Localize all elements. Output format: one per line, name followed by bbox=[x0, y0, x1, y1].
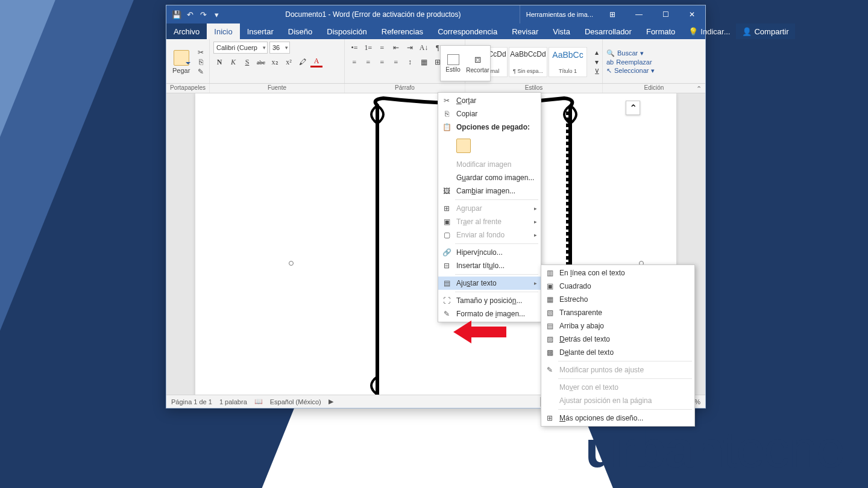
macro-icon[interactable]: ▶ bbox=[329, 398, 333, 405]
wrap-top-bottom[interactable]: ▤Arriba y abajo bbox=[541, 319, 694, 333]
wrap-behind[interactable]: ▨Detrás del texto bbox=[541, 333, 694, 346]
justify-button[interactable]: ≡ bbox=[390, 56, 402, 68]
format-icon: ✎ bbox=[442, 309, 451, 319]
copy-icon[interactable]: ⎘ bbox=[196, 58, 206, 66]
styles-down-icon[interactable]: ▾ bbox=[592, 58, 602, 66]
superscript-button[interactable]: x² bbox=[283, 56, 295, 68]
subscript-button[interactable]: x₂ bbox=[269, 56, 281, 68]
redo-icon[interactable]: ↷ bbox=[198, 9, 209, 20]
underline-button[interactable]: S bbox=[241, 56, 253, 68]
outdent-button[interactable]: ⇤ bbox=[390, 42, 402, 54]
menu-save-as-image[interactable]: Guardar como imagen... bbox=[438, 171, 541, 184]
align-left-button[interactable]: ≡ bbox=[348, 56, 360, 68]
tab-home[interactable]: Inicio bbox=[207, 23, 239, 39]
crop-button[interactable]: ⧈Recortar bbox=[465, 46, 490, 81]
tab-insert[interactable]: Insertar bbox=[240, 23, 281, 39]
shading-button[interactable]: ▦ bbox=[418, 56, 430, 68]
tab-file[interactable]: Archivo bbox=[166, 23, 207, 39]
tab-view[interactable]: Vista bbox=[546, 23, 577, 39]
find-button[interactable]: 🔍Buscar ▾ bbox=[606, 49, 655, 57]
group-font: Calibri (Cuerp 36 N K S abc x₂ x² 🖍 A bbox=[210, 39, 345, 83]
replace-button[interactable]: abReemplazar bbox=[606, 58, 655, 66]
svg-marker-0 bbox=[453, 321, 506, 343]
align-center-button[interactable]: ≡ bbox=[362, 56, 374, 68]
line-spacing-button[interactable]: ↕ bbox=[404, 56, 416, 68]
multilevel-button[interactable]: ≡ bbox=[376, 42, 388, 54]
status-words[interactable]: 1 palabra bbox=[219, 398, 247, 405]
separator bbox=[558, 378, 692, 379]
menu-change-image[interactable]: 🖼Cambiar imagen... bbox=[438, 184, 541, 198]
bold-button[interactable]: N bbox=[213, 56, 225, 68]
minimize-icon[interactable]: — bbox=[626, 5, 652, 23]
select-button[interactable]: ↖Seleccionar ▾ bbox=[606, 67, 655, 75]
styles-up-icon[interactable]: ▴ bbox=[592, 48, 602, 57]
format-painter-icon[interactable]: ✎ bbox=[196, 67, 206, 76]
tab-layout[interactable]: Disposición bbox=[319, 23, 374, 39]
numbering-button[interactable]: 1≡ bbox=[362, 42, 374, 54]
tab-design[interactable]: Diseño bbox=[281, 23, 319, 39]
menu-wrap-text[interactable]: ▤Ajustar texto▸ bbox=[438, 277, 541, 290]
group-labels: Portapapeles Fuente Párrafo Estilos Edic… bbox=[166, 84, 705, 93]
italic-button[interactable]: K bbox=[227, 56, 239, 68]
spellcheck-icon[interactable]: 📖 bbox=[254, 398, 263, 405]
collapse-ribbon-icon[interactable]: ⌃ bbox=[696, 85, 702, 93]
paste-option[interactable] bbox=[456, 139, 471, 153]
titlebar: 💾 ↶ ↷ ▾ Documento1 - Word (Error de acti… bbox=[166, 5, 705, 23]
separator bbox=[455, 199, 538, 200]
label-clipboard: Portapapeles bbox=[166, 84, 210, 93]
align-right-button[interactable]: ≡ bbox=[376, 56, 388, 68]
wrap-tight-icon: ▦ bbox=[545, 295, 555, 304]
paste-button[interactable]: Pegar bbox=[170, 49, 192, 75]
wrap-front[interactable]: ▩Delante del texto bbox=[541, 346, 694, 359]
font-size-combo[interactable]: 36 bbox=[269, 42, 290, 54]
wrap-icon: ▤ bbox=[442, 278, 451, 288]
wrap-square[interactable]: ▣Cuadrado bbox=[541, 280, 694, 293]
menu-insert-caption[interactable]: ⊟Insertar título... bbox=[438, 259, 541, 272]
tab-references[interactable]: Referencias bbox=[374, 23, 430, 39]
wrap-inline-icon: ▥ bbox=[545, 268, 555, 278]
maximize-icon[interactable]: ☐ bbox=[652, 5, 679, 23]
wrap-through[interactable]: ▧Transparente bbox=[541, 306, 694, 319]
highlight-button[interactable]: 🖍 bbox=[297, 56, 309, 68]
menu-cut[interactable]: ✂Cortar bbox=[438, 94, 541, 107]
tab-developer[interactable]: Desarrollador bbox=[577, 23, 639, 39]
menu-send-back: ▢Enviar al fondo▸ bbox=[438, 228, 541, 242]
font-name-combo[interactable]: Calibri (Cuerp bbox=[213, 42, 268, 54]
wrap-behind-icon: ▨ bbox=[545, 334, 555, 344]
clipboard-icon bbox=[174, 50, 189, 66]
save-icon[interactable]: 💾 bbox=[171, 9, 182, 20]
strike-button[interactable]: abc bbox=[255, 56, 267, 68]
picture-icon bbox=[447, 54, 459, 65]
wrap-inline[interactable]: ▥En línea con el texto bbox=[541, 266, 694, 280]
share-button[interactable]: 👤Compartir bbox=[736, 23, 794, 39]
menu-hyperlink[interactable]: 🔗Hipervínculo... bbox=[438, 246, 541, 259]
bullets-button[interactable]: •≡ bbox=[348, 42, 360, 54]
styles-more-icon[interactable]: ⊻ bbox=[592, 67, 602, 76]
undo-icon[interactable]: ↶ bbox=[184, 9, 195, 20]
tell-me[interactable]: 💡Indicar... bbox=[682, 23, 736, 39]
picture-style-button[interactable]: Estilo bbox=[441, 46, 465, 81]
menu-size-position[interactable]: ⛶Tamaño y posición... bbox=[438, 294, 541, 307]
status-language[interactable]: Español (México) bbox=[270, 398, 321, 405]
style-no-spacing[interactable]: AaBbCcDd¶ Sin espa... bbox=[509, 47, 547, 77]
wrap-tight[interactable]: ▦Estrecho bbox=[541, 293, 694, 306]
wrap-more-options[interactable]: ⊞Más opciones de diseño... bbox=[541, 411, 694, 425]
tab-review[interactable]: Revisar bbox=[505, 23, 546, 39]
style-heading1[interactable]: AaBbCcTítulo 1 bbox=[549, 47, 587, 77]
layout-options-button[interactable]: ⌃ bbox=[626, 101, 640, 115]
menu-copy[interactable]: ⎘Copiar bbox=[438, 107, 541, 120]
status-page[interactable]: Página 1 de 1 bbox=[171, 398, 212, 405]
close-icon[interactable]: ✕ bbox=[679, 5, 705, 23]
sort-button[interactable]: A↓ bbox=[418, 42, 430, 54]
indent-button[interactable]: ⇥ bbox=[404, 42, 416, 54]
font-color-button[interactable]: A bbox=[310, 57, 322, 67]
tab-mailings[interactable]: Correspondencia bbox=[430, 23, 505, 39]
cut-icon[interactable]: ✂ bbox=[196, 48, 206, 57]
selection-handle[interactable] bbox=[289, 261, 294, 266]
ribbon-options-icon[interactable]: ⊞ bbox=[599, 5, 626, 23]
person-icon: 👤 bbox=[742, 27, 752, 36]
qat-more-icon[interactable]: ▾ bbox=[211, 9, 222, 20]
tab-format[interactable]: Formato bbox=[639, 23, 682, 39]
contextual-tab: Herramientas de ima... bbox=[520, 5, 599, 23]
separator bbox=[558, 409, 692, 410]
